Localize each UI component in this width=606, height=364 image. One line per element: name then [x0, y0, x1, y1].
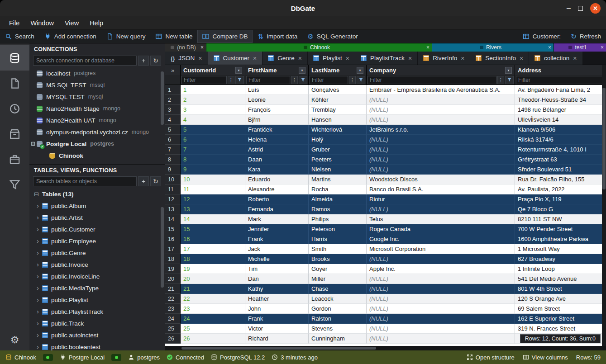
- cell-firstname[interactable]: Mark: [245, 214, 309, 224]
- cell-firstname[interactable]: Michelle: [245, 254, 309, 264]
- chevron-right-icon[interactable]: [37, 237, 39, 245]
- cell-customerid[interactable]: 21: [181, 284, 245, 294]
- cell-firstname[interactable]: Jack: [245, 244, 309, 254]
- row-number[interactable]: 12: [165, 194, 181, 204]
- cell-customerid[interactable]: 11: [181, 184, 245, 194]
- chevron-right-icon[interactable]: [37, 308, 39, 315]
- cell-firstname[interactable]: Heather: [245, 294, 309, 304]
- object-tab[interactable]: RiverInfo: [418, 52, 470, 65]
- column-header[interactable]: LastName: [309, 65, 367, 75]
- cell-customerid[interactable]: 3: [181, 105, 245, 115]
- add-table-plus-button[interactable]: [138, 176, 149, 186]
- cell-company[interactable]: (NULL): [367, 145, 515, 155]
- open-structure-button[interactable]: Open structure: [467, 354, 515, 361]
- menu-item[interactable]: Help: [84, 19, 109, 27]
- table-row[interactable]: 8 8 Daan Peeters (NULL) Grétrystraat 63: [165, 155, 606, 165]
- object-tab[interactable]: SectionInfo: [470, 52, 529, 65]
- close-icon[interactable]: [253, 55, 257, 62]
- row-number[interactable]: 18: [165, 254, 181, 264]
- filter-input[interactable]: [367, 76, 496, 84]
- cell-lastname[interactable]: Köhler: [309, 95, 367, 105]
- cell-customerid[interactable]: 4: [181, 115, 245, 125]
- cell-lastname[interactable]: Almeida: [309, 194, 367, 204]
- column-dropdown-button[interactable]: [235, 67, 242, 74]
- cell-customerid[interactable]: 24: [181, 314, 245, 324]
- row-number[interactable]: 17: [165, 244, 181, 254]
- cell-firstname[interactable]: Astrid: [245, 145, 309, 155]
- import-data-button[interactable]: ⇅Import data: [253, 30, 302, 43]
- table-row[interactable]: 23 23 John Gordon (NULL) 69 Salem Street: [165, 304, 606, 314]
- horizontal-scrollbar-thumb[interactable]: [181, 347, 376, 350]
- close-button[interactable]: ✕: [590, 3, 601, 14]
- column-header[interactable]: Address: [515, 65, 606, 75]
- row-number[interactable]: 21: [165, 284, 181, 294]
- filter-menu-button[interactable]: [228, 76, 234, 84]
- cell-firstname[interactable]: Frank: [245, 234, 309, 244]
- table-row[interactable]: 13 13 Fernanda Ramos (NULL) Qe 7 Bloco G: [165, 204, 606, 214]
- chevron-right-icon[interactable]: [37, 214, 39, 221]
- cell-firstname[interactable]: John: [245, 304, 309, 314]
- table-list-item[interactable]: public.Invoice: [29, 259, 165, 270]
- tables-scrollbar[interactable]: [161, 207, 164, 288]
- chevron-right-icon[interactable]: [37, 343, 39, 350]
- cell-company[interactable]: (NULL): [367, 284, 515, 294]
- refresh-tables-button[interactable]: [150, 176, 161, 186]
- chevron-right-icon[interactable]: [37, 320, 39, 327]
- cell-address[interactable]: Sřnder Boulevard 51: [515, 165, 606, 175]
- row-number[interactable]: 13: [165, 204, 181, 214]
- settings-gear-button[interactable]: ⚙: [0, 334, 29, 346]
- cell-lastname[interactable]: Holý: [309, 135, 367, 145]
- cell-company[interactable]: (NULL): [367, 135, 515, 145]
- cell-firstname[interactable]: Jennifer: [245, 224, 309, 234]
- cell-firstname[interactable]: Helena: [245, 135, 309, 145]
- table-row[interactable]: 25 25 Victor Stevens (NULL) 319 N. Franc…: [165, 324, 606, 334]
- row-number[interactable]: 3: [165, 105, 181, 115]
- cell-customerid[interactable]: 16: [181, 234, 245, 244]
- filter-input[interactable]: [246, 76, 290, 84]
- table-list-item[interactable]: public.autoinctest: [29, 329, 165, 341]
- connection-item[interactable]: Postgre Local postgres: [29, 138, 165, 150]
- cell-company[interactable]: (NULL): [367, 254, 515, 264]
- cell-lastname[interactable]: Tremblay: [309, 105, 367, 115]
- view-columns-button[interactable]: View columns: [523, 354, 568, 361]
- cell-address[interactable]: 627 Broadway: [515, 254, 606, 264]
- table-row[interactable]: 14 14 Mark Philips Telus 8210 111 ST NW: [165, 214, 606, 224]
- cell-lastname[interactable]: Smith: [309, 244, 367, 254]
- table-list-item[interactable]: public.Artist: [29, 212, 165, 223]
- cell-firstname[interactable]: Eduardo: [245, 175, 309, 184]
- table-row[interactable]: 12 12 Roberto Almeida Riotur Praça Pio X…: [165, 194, 606, 204]
- cell-customerid[interactable]: 22: [181, 294, 245, 304]
- cell-company[interactable]: Riotur: [367, 194, 515, 204]
- sidebar-item-history[interactable]: [0, 96, 29, 121]
- filter-funnel-button[interactable]: [235, 76, 244, 84]
- object-tab[interactable]: Genre: [262, 52, 307, 65]
- close-icon[interactable]: [601, 44, 604, 51]
- table-row[interactable]: 17 17 Jack Smith Microsoft Corporation 1…: [165, 244, 606, 254]
- cell-company[interactable]: Telus: [367, 214, 515, 224]
- row-number[interactable]: 14: [165, 214, 181, 224]
- sidebar-item-connections[interactable]: [0, 45, 29, 71]
- cell-firstname[interactable]: Frank: [245, 314, 309, 324]
- cell-lastname[interactable]: Peterson: [309, 224, 367, 234]
- menu-item[interactable]: View: [59, 19, 84, 27]
- table-row[interactable]: 20 20 Dan Miller (NULL) 541 Del Medio Av…: [165, 274, 606, 284]
- new-query-button[interactable]: New query: [101, 30, 151, 43]
- cell-company[interactable]: (NULL): [367, 105, 515, 115]
- filter-menu-button[interactable]: [497, 76, 504, 84]
- cell-firstname[interactable]: Dan: [245, 274, 309, 284]
- cell-company[interactable]: Google Inc.: [367, 234, 515, 244]
- close-icon[interactable]: [198, 55, 202, 62]
- row-number[interactable]: 16: [165, 234, 181, 244]
- cell-address[interactable]: 541 Del Medio Avenue: [515, 274, 606, 284]
- cell-firstname[interactable]: Luís: [245, 85, 309, 95]
- cell-address[interactable]: 1498 rue Bélanger: [515, 105, 606, 115]
- cell-lastname[interactable]: Philips: [309, 214, 367, 224]
- table-row[interactable]: 21 21 Kathy Chase (NULL) 801 W 4th Stree…: [165, 284, 606, 294]
- table-group-button[interactable]: Customer:: [518, 30, 566, 43]
- cell-lastname[interactable]: Peeters: [309, 155, 367, 165]
- cell-company[interactable]: (NULL): [367, 314, 515, 324]
- cell-company[interactable]: (NULL): [367, 304, 515, 314]
- row-number[interactable]: 20: [165, 274, 181, 284]
- table-row[interactable]: 1 1 Luís Gonçalves Embraer - Empresa Bra…: [165, 85, 606, 95]
- cell-company[interactable]: (NULL): [367, 204, 515, 214]
